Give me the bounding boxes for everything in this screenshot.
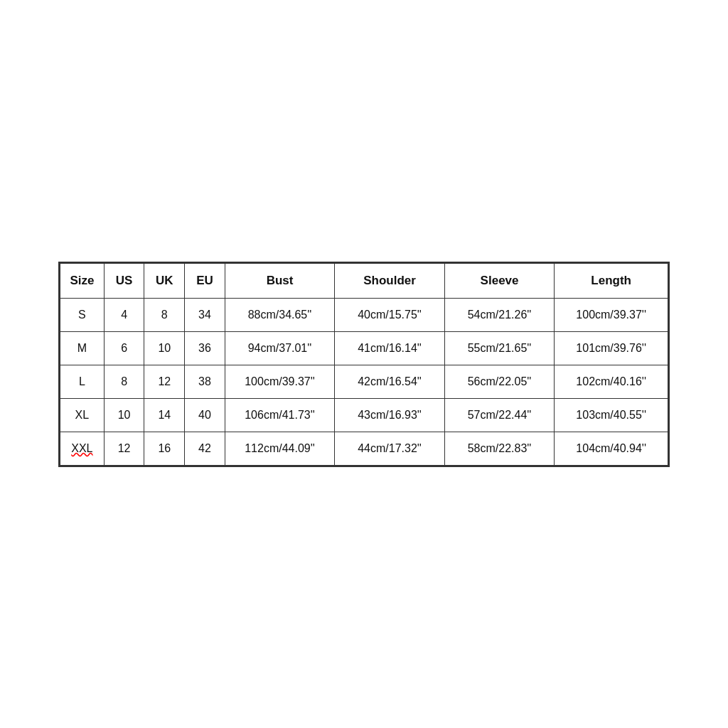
cell-shoulder: 43cm/16.93''	[335, 398, 445, 432]
cell-size: M	[60, 331, 105, 365]
cell-sleeve: 58cm/22.83''	[444, 432, 555, 465]
cell-size: XL	[60, 398, 105, 432]
cell-us: 8	[104, 365, 144, 398]
header-sleeve: Sleeve	[444, 263, 555, 298]
cell-length: 102cm/40.16''	[555, 365, 668, 398]
cell-length: 100cm/39.37''	[555, 298, 668, 331]
cell-sleeve: 54cm/21.26''	[444, 298, 555, 331]
cell-length: 104cm/40.94''	[555, 432, 668, 465]
size-chart-container: Size US UK EU Bust Shoulder Sleeve Lengt…	[58, 262, 670, 467]
cell-length: 103cm/40.55''	[555, 398, 668, 432]
cell-shoulder: 41cm/16.14''	[335, 331, 445, 365]
cell-shoulder: 40cm/15.75''	[335, 298, 445, 331]
cell-uk: 10	[144, 331, 185, 365]
cell-uk: 14	[144, 398, 185, 432]
size-chart-table: Size US UK EU Bust Shoulder Sleeve Lengt…	[60, 263, 668, 466]
cell-uk: 12	[144, 365, 185, 398]
cell-us: 12	[104, 432, 144, 465]
cell-us: 10	[104, 398, 144, 432]
table-row: M6103694cm/37.01''41cm/16.14''55cm/21.65…	[60, 331, 668, 365]
header-shoulder: Shoulder	[335, 263, 445, 298]
header-uk: UK	[144, 263, 185, 298]
cell-size: XXL	[60, 432, 105, 465]
table-row: XXL121642112cm/44.09''44cm/17.32''58cm/2…	[60, 432, 668, 465]
header-size: Size	[60, 263, 105, 298]
header-us: US	[104, 263, 144, 298]
cell-sleeve: 57cm/22.44''	[444, 398, 555, 432]
table-row: XL101440106cm/41.73''43cm/16.93''57cm/22…	[60, 398, 668, 432]
cell-bust: 100cm/39.37''	[225, 365, 335, 398]
cell-eu: 36	[185, 331, 225, 365]
cell-bust: 88cm/34.65''	[225, 298, 335, 331]
cell-us: 6	[104, 331, 144, 365]
table-row: L81238100cm/39.37''42cm/16.54''56cm/22.0…	[60, 365, 668, 398]
cell-sleeve: 55cm/21.65''	[444, 331, 555, 365]
table-header-row: Size US UK EU Bust Shoulder Sleeve Lengt…	[60, 263, 668, 298]
cell-shoulder: 42cm/16.54''	[335, 365, 445, 398]
cell-eu: 40	[185, 398, 225, 432]
cell-length: 101cm/39.76''	[555, 331, 668, 365]
header-bust: Bust	[225, 263, 335, 298]
table-row: S483488cm/34.65''40cm/15.75''54cm/21.26'…	[60, 298, 668, 331]
cell-bust: 112cm/44.09''	[225, 432, 335, 465]
cell-shoulder: 44cm/17.32''	[335, 432, 445, 465]
cell-uk: 16	[144, 432, 185, 465]
header-eu: EU	[185, 263, 225, 298]
cell-eu: 42	[185, 432, 225, 465]
cell-sleeve: 56cm/22.05''	[444, 365, 555, 398]
cell-bust: 94cm/37.01''	[225, 331, 335, 365]
cell-size: L	[60, 365, 105, 398]
cell-us: 4	[104, 298, 144, 331]
cell-bust: 106cm/41.73''	[225, 398, 335, 432]
cell-uk: 8	[144, 298, 185, 331]
cell-eu: 34	[185, 298, 225, 331]
header-length: Length	[555, 263, 668, 298]
cell-size: S	[60, 298, 105, 331]
cell-eu: 38	[185, 365, 225, 398]
